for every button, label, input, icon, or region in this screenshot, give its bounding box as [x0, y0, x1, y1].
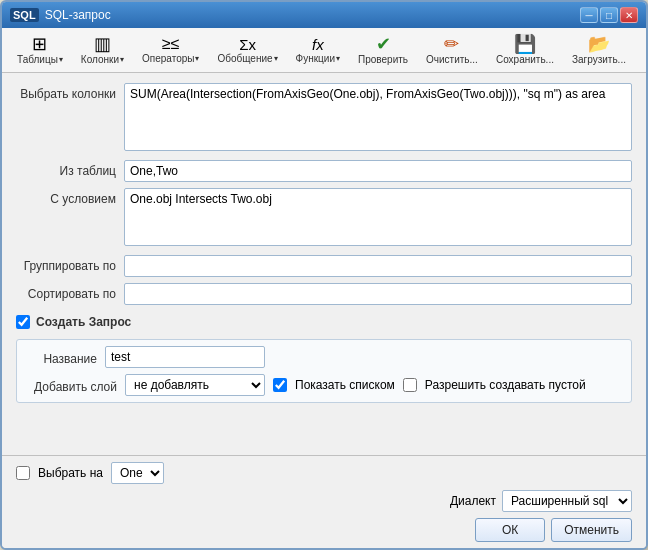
allow-empty-checkbox[interactable] — [403, 378, 417, 392]
from-tables-row: Из таблиц — [16, 160, 632, 182]
load-icon: 📂 — [588, 35, 610, 53]
add-layer-label: Добавить слой — [27, 376, 117, 394]
where-label: С условием — [16, 188, 116, 206]
aggregation-icon: Σx — [239, 37, 256, 52]
check-label: Проверить — [358, 54, 408, 65]
toolbar-clear-button[interactable]: ✏ Очистить... — [419, 32, 485, 68]
group-by-row: Группировать по — [16, 255, 632, 277]
select-columns-field: SUM(Area(Intersection(FromAxisGeo(One.ob… — [124, 83, 632, 154]
where-textarea[interactable]: One.obj Intersects Two.obj — [124, 188, 632, 246]
maximize-button[interactable]: □ — [600, 7, 618, 23]
group-by-input[interactable] — [124, 255, 632, 277]
functions-icon: fx — [312, 37, 324, 52]
toolbar-aggregation-button[interactable]: Σx Обобщение▾ — [210, 34, 284, 67]
title-buttons: ─ □ ✕ — [580, 7, 638, 23]
check-icon: ✔ — [376, 35, 391, 53]
order-by-label: Сортировать по — [16, 283, 116, 301]
create-query-row: Создать Запрос — [16, 311, 632, 333]
create-query-section: Название Добавить слой не добавлять доба… — [16, 339, 632, 403]
from-tables-label: Из таблиц — [16, 160, 116, 178]
from-tables-input[interactable] — [124, 160, 632, 182]
name-label: Название — [27, 348, 97, 366]
from-tables-field — [124, 160, 632, 182]
toolbar-operators-button[interactable]: ≥≤ Операторы▾ — [135, 33, 206, 67]
select-on-select[interactable]: One Two All — [111, 462, 164, 484]
where-field: One.obj Intersects Two.obj — [124, 188, 632, 249]
title-bar: SQL SQL-запрос ─ □ ✕ — [2, 2, 646, 28]
save-icon: 💾 — [514, 35, 536, 53]
ok-button[interactable]: ОК — [475, 518, 545, 542]
create-query-label: Создать Запрос — [36, 315, 131, 329]
title-bar-left: SQL SQL-запрос — [10, 8, 111, 22]
select-on-label: Выбрать на — [38, 466, 103, 480]
toolbar-functions-button[interactable]: fx Функции▾ — [289, 34, 347, 67]
toolbar-check-button[interactable]: ✔ Проверить — [351, 32, 415, 68]
select-columns-label: Выбрать колонки — [16, 83, 116, 101]
name-row: Название — [27, 346, 621, 368]
allow-empty-label: Разрешить создавать пустой — [425, 378, 586, 392]
group-by-field — [124, 255, 632, 277]
action-row: ОК Отменить — [16, 518, 632, 542]
order-by-input[interactable] — [124, 283, 632, 305]
toolbar-tables-button[interactable]: ⊞ Таблицы▾ — [10, 32, 70, 68]
clear-icon: ✏ — [444, 35, 459, 53]
bottom-bar: Выбрать на One Two All Диалект Расширенн… — [2, 455, 646, 548]
close-button[interactable]: ✕ — [620, 7, 638, 23]
main-window: SQL SQL-запрос ─ □ ✕ ⊞ Таблицы▾ ▥ Колонк… — [0, 0, 648, 550]
tables-label: Таблицы▾ — [17, 54, 63, 65]
dialect-select[interactable]: Расширенный sql Стандартный sql — [502, 490, 632, 512]
group-by-label: Группировать по — [16, 255, 116, 273]
window-icon: SQL — [10, 8, 39, 22]
functions-label: Функции▾ — [296, 53, 340, 64]
select-on-row: Выбрать на One Two All — [16, 462, 632, 484]
select-columns-row: Выбрать колонки SUM(Area(Intersection(Fr… — [16, 83, 632, 154]
columns-icon: ▥ — [94, 35, 111, 53]
where-row: С условием One.obj Intersects Two.obj — [16, 188, 632, 249]
operators-icon: ≥≤ — [162, 36, 180, 52]
clear-label: Очистить... — [426, 54, 478, 65]
order-by-field — [124, 283, 632, 305]
toolbar-save-button[interactable]: 💾 Сохранить... — [489, 32, 561, 68]
toolbar: ⊞ Таблицы▾ ▥ Колонки▾ ≥≤ Операторы▾ Σx О… — [2, 28, 646, 73]
tables-icon: ⊞ — [32, 35, 47, 53]
save-label: Сохранить... — [496, 54, 554, 65]
load-label: Загрузить... — [572, 54, 626, 65]
window-title: SQL-запрос — [45, 8, 111, 22]
show-list-label: Показать списком — [295, 378, 395, 392]
create-query-checkbox[interactable] — [16, 315, 30, 329]
show-list-checkbox[interactable] — [273, 378, 287, 392]
add-layer-select[interactable]: не добавлять добавить заменить — [125, 374, 265, 396]
aggregation-label: Обобщение▾ — [217, 53, 277, 64]
operators-label: Операторы▾ — [142, 53, 199, 64]
order-by-row: Сортировать по — [16, 283, 632, 305]
select-on-checkbox[interactable] — [16, 466, 30, 480]
minimize-button[interactable]: ─ — [580, 7, 598, 23]
select-columns-textarea[interactable]: SUM(Area(Intersection(FromAxisGeo(One.ob… — [124, 83, 632, 151]
dialect-row: Диалект Расширенный sql Стандартный sql — [16, 490, 632, 512]
dialect-label: Диалект — [450, 494, 496, 508]
cancel-button[interactable]: Отменить — [551, 518, 632, 542]
form-content: Выбрать колонки SUM(Area(Intersection(Fr… — [2, 73, 646, 455]
toolbar-load-button[interactable]: 📂 Загрузить... — [565, 32, 633, 68]
toolbar-columns-button[interactable]: ▥ Колонки▾ — [74, 32, 131, 68]
name-input[interactable] — [105, 346, 265, 368]
columns-label: Колонки▾ — [81, 54, 124, 65]
add-layer-row: Добавить слой не добавлять добавить заме… — [27, 374, 621, 396]
